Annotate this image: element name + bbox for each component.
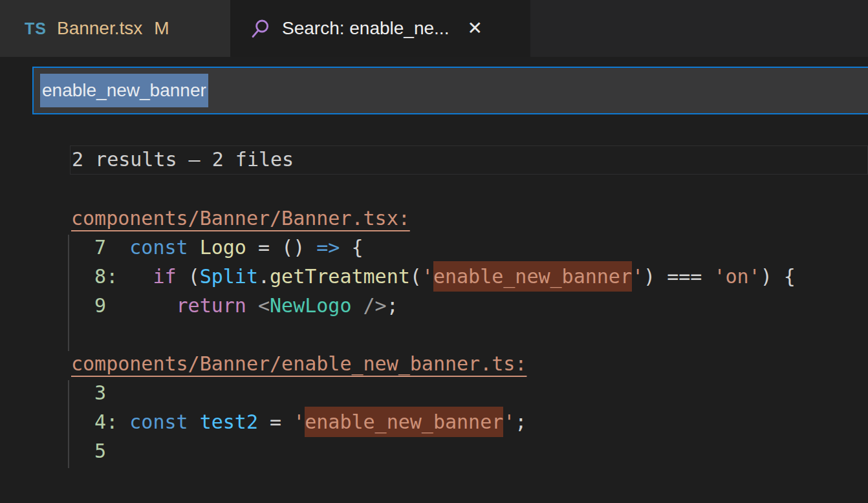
- code-token: Logo: [200, 236, 246, 259]
- search-query-input[interactable]: enable_new_banner: [32, 67, 868, 114]
- code-token: const: [129, 411, 188, 433]
- code-token: =: [270, 411, 281, 433]
- code-token: ===: [667, 265, 702, 288]
- modified-badge: M: [154, 18, 169, 39]
- code-token: 3: [71, 381, 106, 404]
- code-token: [655, 265, 667, 288]
- code-token: [352, 294, 363, 317]
- results-list: components/Banner/Banner.tsx: 7 const Lo…: [71, 204, 868, 466]
- code-token: />: [363, 294, 387, 317]
- code-token: [270, 236, 281, 259]
- results-summary: 2 results – 2 files: [70, 145, 868, 175]
- code-token: [702, 265, 713, 288]
- code-token: return: [177, 294, 246, 317]
- code-token: ): [761, 265, 772, 288]
- code-lines: 3 4: const test2 = 'enable_new_banner'; …: [71, 378, 868, 466]
- code-token: [281, 411, 293, 433]
- code-token: NewLogo: [270, 294, 351, 317]
- code-token: ': [422, 265, 433, 288]
- code-token: [305, 236, 316, 259]
- tab-label: Search: enable_ne...: [282, 18, 449, 39]
- code-token: (: [188, 265, 200, 288]
- file-result-group: components/Banner/enable_new_banner.ts: …: [71, 349, 868, 466]
- code-token: Split: [200, 265, 258, 288]
- code-token: (: [410, 265, 422, 288]
- file-path-link[interactable]: components/Banner/enable_new_banner.ts:: [71, 349, 526, 378]
- code-token: [246, 236, 258, 259]
- code-token: const: [129, 236, 188, 259]
- code-token: [177, 265, 188, 288]
- selected-query-text: enable_new_banner: [40, 74, 208, 107]
- code-token: {: [772, 265, 796, 288]
- code-token: ': [293, 411, 305, 433]
- code-token: ;: [387, 294, 398, 317]
- code-token: test2: [200, 411, 258, 433]
- code-token: (): [281, 236, 305, 259]
- code-token: 9: [71, 294, 106, 317]
- tab-search-editor[interactable]: Search: enable_ne... ✕: [230, 0, 530, 57]
- file-path-link[interactable]: components/Banner/Banner.tsx:: [71, 204, 410, 233]
- code-token: [188, 236, 200, 259]
- code-token: [118, 411, 129, 433]
- file-result-group: components/Banner/Banner.tsx: 7 const Lo…: [71, 204, 868, 320]
- result-code-line[interactable]: 3: [71, 378, 868, 407]
- code-token: ): [644, 265, 655, 288]
- code-token: =>: [316, 236, 340, 259]
- code-token: {: [340, 236, 363, 259]
- result-code-line[interactable]: 4: const test2 = 'enable_new_banner';: [71, 407, 868, 436]
- result-code-line[interactable]: 5: [71, 436, 868, 466]
- code-lines: 7 const Logo = () => { 8: if (Split.getT…: [71, 233, 868, 320]
- tab-bar-empty-space: [530, 0, 868, 57]
- close-icon[interactable]: ✕: [467, 19, 482, 37]
- code-token: [188, 411, 200, 433]
- typescript-file-icon: TS: [25, 19, 47, 38]
- code-token: [246, 294, 258, 317]
- tab-banner-tsx[interactable]: TS Banner.tsx M: [0, 0, 230, 57]
- match-highlight: enable_new_banner: [305, 407, 503, 437]
- result-code-line[interactable]: 8: if (Split.getTreatment('enable_new_ba…: [71, 262, 868, 291]
- code-token: 'on': [713, 265, 760, 288]
- code-token: =: [258, 236, 270, 259]
- match-highlight: enable_new_banner: [433, 261, 632, 292]
- code-token: ': [503, 411, 515, 433]
- code-token: if: [153, 265, 176, 288]
- code-token: 7: [71, 236, 106, 259]
- code-token: ;: [515, 411, 526, 433]
- code-token: <: [258, 294, 270, 317]
- code-token: ': [632, 265, 644, 288]
- code-token: getTreatment: [270, 265, 410, 288]
- code-token: [106, 236, 129, 259]
- code-token: 5: [71, 440, 106, 462]
- code-token: [106, 294, 176, 317]
- result-code-line[interactable]: 7 const Logo = () => {: [71, 233, 868, 262]
- code-token: 8:: [71, 265, 118, 288]
- code-token: 4:: [71, 411, 118, 433]
- editor-tab-bar: TS Banner.tsx M Search: enable_ne... ✕: [0, 0, 868, 57]
- tab-label: Banner.tsx: [57, 18, 142, 39]
- code-token: .: [258, 265, 270, 288]
- search-query-row: enable_new_banner: [0, 57, 868, 114]
- code-token: [118, 265, 153, 288]
- search-icon: [250, 17, 272, 39]
- result-code-line[interactable]: 9 return <NewLogo />;: [71, 291, 868, 320]
- search-results-editor: 2 results – 2 files components/Banner/Ba…: [0, 114, 868, 466]
- code-token: [258, 411, 270, 433]
